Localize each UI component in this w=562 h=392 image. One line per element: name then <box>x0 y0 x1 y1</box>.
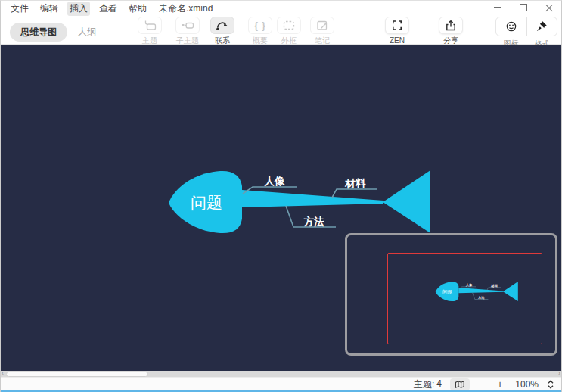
header: 文件 编辑 插入 查看 帮助 未命名.xmind 思维导图 大纲 主题 <box>1 1 561 45</box>
topic-icon <box>138 17 162 34</box>
fish-head-topic[interactable]: 问题 <box>169 171 242 233</box>
boundary-label: 外框 <box>272 36 306 45</box>
minimap-toggle-button[interactable] <box>450 378 470 390</box>
status-bar: 主题: 4 − + 100% <box>1 377 561 391</box>
svg-text:方法: 方法 <box>478 296 485 300</box>
minimap-fishbone: 问题 人像 材料 方法 <box>433 280 520 303</box>
close-icon <box>545 4 553 11</box>
subtopic-label: 子主题 <box>171 36 204 45</box>
chevron-updown-icon <box>547 379 554 390</box>
minimize-icon <box>494 7 501 8</box>
fishbone-diagram[interactable]: 问题 人像 材料 方法 <box>160 166 436 238</box>
zen-button[interactable]: ZEN <box>380 17 414 45</box>
zen-mode-icon <box>385 17 409 34</box>
fish-tail[interactable] <box>383 170 430 233</box>
zoom-level-value[interactable]: 100% <box>513 379 539 390</box>
share-icon <box>439 17 463 34</box>
head-topic-label[interactable]: 问题 <box>191 194 222 211</box>
mindmap-canvas[interactable]: 问题 人像 材料 方法 问题 <box>1 45 561 371</box>
boundary-icon <box>277 17 301 34</box>
view-tabs: 思维导图 大纲 <box>10 23 96 42</box>
notes-button[interactable]: 笔记 <box>306 17 339 45</box>
branch-topic-top-right[interactable]: 材料 <box>345 178 367 189</box>
summary-icon: { } <box>248 17 272 34</box>
close-button[interactable] <box>545 3 554 12</box>
minimize-button[interactable] <box>493 3 502 12</box>
fish-spine[interactable] <box>242 190 383 207</box>
zoom-out-button[interactable]: − <box>478 379 487 390</box>
subtopic-icon <box>175 17 200 34</box>
window-controls <box>493 3 554 12</box>
horizontal-scrollbar-thumb[interactable] <box>6 372 148 377</box>
relationship-button[interactable]: 联系 <box>206 17 239 45</box>
zen-label: ZEN <box>380 36 414 45</box>
smiley-icon <box>505 20 518 33</box>
map-icon <box>454 379 466 390</box>
branch-topic-top-left[interactable]: 人像 <box>264 176 286 187</box>
document-title: 未命名.xmind <box>159 2 213 15</box>
topic-count-value: 4 <box>436 378 442 391</box>
relationship-icon <box>210 17 234 34</box>
share-label: 分享 <box>434 36 467 45</box>
svg-text:人像: 人像 <box>465 283 473 287</box>
branch-line-top-right[interactable] <box>332 189 377 198</box>
minimap-panel[interactable]: 问题 人像 材料 方法 <box>345 233 557 356</box>
format-pin-icon <box>535 20 548 33</box>
branch-topic-bottom[interactable]: 方法 <box>303 216 325 227</box>
boundary-button[interactable]: 外框 <box>272 17 306 45</box>
menu-bar: 文件 编辑 插入 查看 帮助 未命名.xmind <box>8 2 213 14</box>
subtopic-button[interactable]: 子主题 <box>171 17 204 45</box>
svg-text:问题: 问题 <box>442 289 453 295</box>
tab-mindmap[interactable]: 思维导图 <box>10 23 67 42</box>
format-panel-button[interactable] <box>526 17 557 36</box>
notes-icon <box>310 17 334 34</box>
menu-edit[interactable]: 编辑 <box>38 2 61 16</box>
topic-count: 主题: 4 <box>414 378 442 391</box>
topic-button[interactable]: 主题 <box>133 17 166 45</box>
maximize-button[interactable] <box>519 3 528 12</box>
zoom-select-button[interactable] <box>547 379 554 390</box>
menu-file[interactable]: 文件 <box>8 2 31 16</box>
menu-help[interactable]: 帮助 <box>126 2 149 16</box>
share-button[interactable]: 分享 <box>434 17 467 45</box>
notes-label: 笔记 <box>306 36 339 45</box>
maximize-icon <box>520 4 527 11</box>
menu-insert[interactable]: 插入 <box>67 2 90 16</box>
topic-count-label: 主题: <box>414 378 434 391</box>
horizontal-scrollbar[interactable]: ‹ › <box>1 371 561 377</box>
tab-outline[interactable]: 大纲 <box>78 26 96 39</box>
menu-view[interactable]: 查看 <box>97 2 120 16</box>
relationship-label: 联系 <box>206 36 239 45</box>
app-window: 文件 编辑 插入 查看 帮助 未命名.xmind 思维导图 大纲 主题 <box>0 0 562 392</box>
zoom-in-button[interactable]: + <box>495 379 505 390</box>
icons-panel-button[interactable] <box>496 17 526 36</box>
topic-label: 主题 <box>133 36 166 45</box>
